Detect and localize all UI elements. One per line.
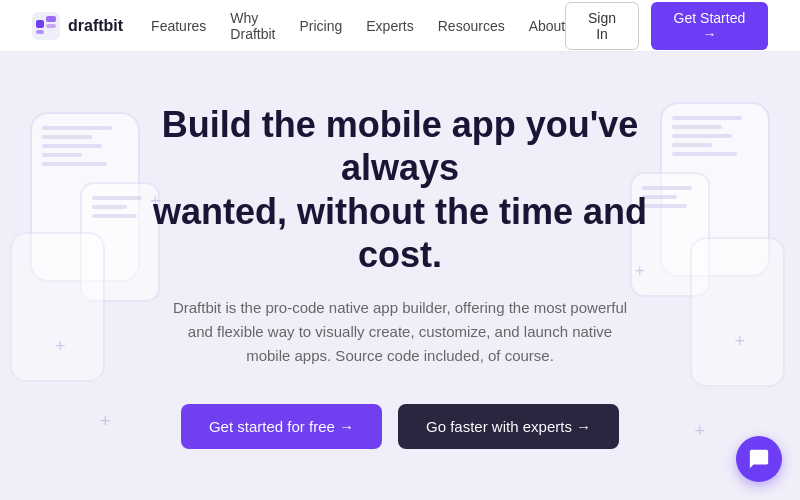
nav-resources[interactable]: Resources (438, 18, 505, 34)
phone-left-back (10, 232, 105, 382)
logo-icon (32, 12, 60, 40)
hero-buttons: Get started for free → Go faster with ex… (110, 404, 690, 449)
logo-text: draftbit (68, 17, 123, 35)
nav-right: Sign In Get Started → (565, 2, 768, 50)
nav-about[interactable]: About (529, 18, 566, 34)
svg-rect-1 (36, 20, 44, 28)
signin-button[interactable]: Sign In (565, 2, 639, 50)
plus-deco-6: + (734, 332, 745, 350)
nav-why-draftbit[interactable]: Why Draftbit (230, 10, 275, 42)
phone-right-back (690, 237, 785, 387)
plus-deco-2: + (100, 412, 111, 430)
svg-rect-4 (36, 30, 44, 34)
hero-title: Build the mobile app you've always wante… (110, 103, 690, 276)
get-started-free-button[interactable]: Get started for free → (181, 404, 382, 449)
nav-pricing[interactable]: Pricing (299, 18, 342, 34)
navbar: draftbit Features Why Draftbit Pricing E… (0, 0, 800, 52)
hero-section: + + + + + + Build the mobile app you've … (0, 52, 800, 500)
logo[interactable]: draftbit (32, 12, 123, 40)
hero-content: Build the mobile app you've always wante… (110, 103, 690, 449)
nav-features[interactable]: Features (151, 18, 206, 34)
plus-deco-5: + (55, 337, 66, 355)
hero-subtitle: Draftbit is the pro-code native app buil… (170, 296, 630, 368)
nav-links: Features Why Draftbit Pricing Experts Re… (151, 10, 565, 42)
nav-left: draftbit Features Why Draftbit Pricing E… (32, 10, 565, 42)
getstarted-nav-button[interactable]: Get Started → (651, 2, 768, 50)
plus-deco-4: + (694, 422, 705, 440)
svg-rect-3 (46, 24, 56, 28)
nav-experts[interactable]: Experts (366, 18, 413, 34)
chat-icon (748, 448, 770, 470)
svg-rect-2 (46, 16, 56, 22)
go-faster-experts-button[interactable]: Go faster with experts → (398, 404, 619, 449)
chat-support-button[interactable] (736, 436, 782, 482)
